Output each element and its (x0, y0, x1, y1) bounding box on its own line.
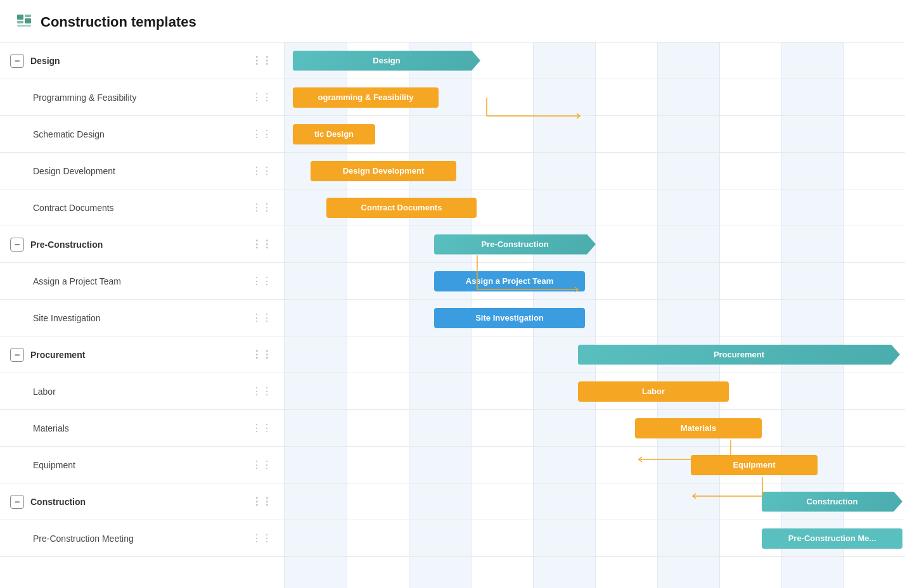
task-label-programming: Programming & Feasibility (33, 93, 249, 103)
gantt-row-preconstruction-meeting: Pre-Construction Me... (285, 520, 905, 557)
bar-label-schematic: tic Design (314, 129, 354, 139)
bar-preconstruction-meeting[interactable]: Pre-Construction Me... (762, 528, 902, 549)
collapse-design[interactable]: − (10, 54, 24, 68)
gantt-rows: Design ogramming & Feasibility tic Desig… (285, 42, 905, 557)
task-row-assign: Assign a Project Team ⋮⋮ (0, 263, 285, 300)
task-label-equipment: Equipment (33, 460, 249, 470)
task-row-preconstruction-meeting: Pre-Construction Meeting ⋮⋮ (0, 520, 285, 557)
bar-label-equipment: Equipment (733, 460, 775, 470)
page: Construction templates − Design ⋮⋮ Progr… (0, 0, 905, 588)
main-content: − Design ⋮⋮ Programming & Feasibility ⋮⋮… (0, 42, 905, 588)
group-row-procurement: − Procurement ⋮⋮ (0, 336, 285, 373)
drag-contract[interactable]: ⋮⋮ (249, 201, 274, 214)
gantt-row-schematic: tic Design (285, 116, 905, 153)
bar-label-site-inv: Site Investigation (475, 313, 544, 323)
templates-icon (15, 11, 33, 33)
bar-site-inv[interactable]: Site Investigation (434, 308, 585, 328)
bar-label-design-dev: Design Development (343, 166, 425, 176)
gantt-row-construction-group: Construction (285, 483, 905, 520)
gantt-row-site-inv: Site Investigation (285, 300, 905, 336)
gantt-row-procurement-group: Procurement (285, 336, 905, 373)
bar-label-contract: Contract Documents (361, 203, 442, 212)
drag-programming[interactable]: ⋮⋮ (249, 91, 274, 103)
drag-design-dev[interactable]: ⋮⋮ (249, 165, 274, 177)
bar-programming[interactable]: ogramming & Feasibility (293, 87, 439, 108)
drag-site-inv[interactable]: ⋮⋮ (249, 312, 274, 324)
group-label-design: Design (30, 56, 249, 66)
page-header: Construction templates (0, 0, 905, 42)
bar-design-dev[interactable]: Design Development (311, 161, 456, 181)
task-label-assign: Assign a Project Team (33, 276, 249, 286)
gantt-row-design-group: Design (285, 42, 905, 79)
drag-labor[interactable]: ⋮⋮ (249, 385, 274, 397)
task-row-contract: Contract Documents ⋮⋮ (0, 189, 285, 226)
task-row-materials: Materials ⋮⋮ (0, 410, 285, 447)
task-row-equipment: Equipment ⋮⋮ (0, 447, 285, 483)
task-label-site-inv: Site Investigation (33, 313, 249, 323)
task-row-design-dev: Design Development ⋮⋮ (0, 153, 285, 189)
task-label-preconstruction-meeting: Pre-Construction Meeting (33, 534, 249, 544)
group-row-design: − Design ⋮⋮ (0, 42, 285, 79)
bar-preconstruction-group[interactable]: Pre-Construction (434, 234, 596, 255)
bar-label-programming: ogramming & Feasibility (318, 93, 414, 102)
task-row-schematic: Schematic Design ⋮⋮ (0, 116, 285, 153)
group-label-procurement: Procurement (30, 350, 249, 360)
task-label-materials: Materials (33, 423, 249, 433)
group-label-construction: Construction (30, 497, 249, 507)
bar-label-materials: Materials (681, 423, 716, 433)
collapse-preconstruction[interactable]: − (10, 238, 24, 252)
bar-contract[interactable]: Contract Documents (326, 198, 477, 218)
collapse-construction[interactable]: − (10, 495, 24, 509)
svg-rect-4 (17, 25, 31, 27)
gantt-row-programming: ogramming & Feasibility (285, 79, 905, 116)
group-row-preconstruction: − Pre-Construction ⋮⋮ (0, 226, 285, 263)
svg-rect-1 (17, 21, 23, 23)
bar-assign[interactable]: Assign a Project Team (434, 271, 585, 291)
bar-procurement-group[interactable]: Procurement (578, 345, 900, 365)
gantt-row-materials: Materials (285, 410, 905, 447)
drag-preconstruction[interactable]: ⋮⋮ (249, 238, 274, 250)
drag-equipment[interactable]: ⋮⋮ (249, 459, 274, 471)
bar-design-group[interactable]: Design (293, 51, 480, 71)
group-row-construction: − Construction ⋮⋮ (0, 483, 285, 520)
bar-label-labor: Labor (642, 387, 665, 396)
bar-schematic[interactable]: tic Design (293, 124, 375, 144)
task-label-schematic: Schematic Design (33, 129, 249, 139)
page-title: Construction templates (41, 14, 196, 30)
task-label-labor: Labor (33, 387, 249, 397)
drag-schematic[interactable]: ⋮⋮ (249, 128, 274, 140)
bar-materials[interactable]: Materials (635, 418, 762, 438)
bar-construction-group[interactable]: Construction (762, 492, 902, 512)
bar-labor[interactable]: Labor (578, 381, 729, 402)
svg-rect-3 (25, 18, 31, 23)
drag-design[interactable]: ⋮⋮ (249, 54, 274, 67)
gantt-area: Design ogramming & Feasibility tic Desig… (285, 42, 905, 588)
drag-construction[interactable]: ⋮⋮ (249, 495, 274, 508)
drag-materials[interactable]: ⋮⋮ (249, 422, 274, 434)
bar-equipment[interactable]: Equipment (691, 455, 818, 475)
drag-procurement[interactable]: ⋮⋮ (249, 348, 274, 361)
bar-label-preconstruction: Pre-Construction (481, 240, 548, 249)
gantt-row-equipment: Equipment (285, 447, 905, 483)
bar-label-design: Design (373, 56, 400, 65)
task-row-programming: Programming & Feasibility ⋮⋮ (0, 79, 285, 116)
drag-assign[interactable]: ⋮⋮ (249, 275, 274, 287)
bar-label-assign: Assign a Project Team (466, 276, 553, 286)
gantt-row-design-dev: Design Development (285, 153, 905, 189)
gantt-row-contract: Contract Documents (285, 189, 905, 226)
task-list: − Design ⋮⋮ Programming & Feasibility ⋮⋮… (0, 42, 285, 588)
task-label-design-dev: Design Development (33, 166, 249, 176)
task-row-site-inv: Site Investigation ⋮⋮ (0, 300, 285, 336)
svg-rect-2 (25, 15, 31, 17)
gantt-row-assign: Assign a Project Team (285, 263, 905, 300)
bar-label-construction: Construction (807, 497, 858, 506)
svg-rect-0 (17, 15, 23, 20)
task-label-contract: Contract Documents (33, 203, 249, 213)
drag-preconstruction-meeting[interactable]: ⋮⋮ (249, 532, 274, 544)
gantt-inner: Design ogramming & Feasibility tic Desig… (285, 42, 905, 588)
bar-label-procurement: Procurement (714, 350, 764, 359)
gantt-row-preconstruction-group: Pre-Construction (285, 226, 905, 263)
collapse-procurement[interactable]: − (10, 348, 24, 362)
gantt-row-labor: Labor (285, 373, 905, 410)
group-label-preconstruction: Pre-Construction (30, 240, 249, 250)
